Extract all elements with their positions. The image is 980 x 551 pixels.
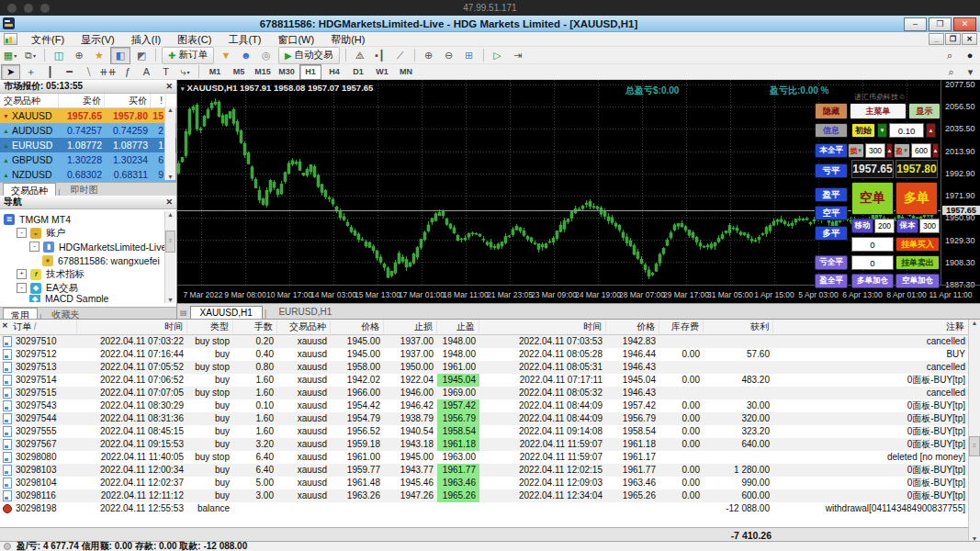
market-watch-close-icon[interactable]: ✕ [165, 82, 173, 91]
navigator-item-1[interactable]: -◒账户 [0, 226, 176, 240]
timeframe-m15[interactable]: M15 [252, 64, 274, 80]
auto-trading-button[interactable]: ▶自动交易 [278, 47, 340, 64]
close-all-losing-button[interactable]: 亏全平 [815, 255, 848, 270]
shapes-icon[interactable]: ⤷▾ [176, 65, 194, 79]
panel-initial-button[interactable]: 初始 [851, 123, 875, 138]
buy-button[interactable]: 多单 [896, 182, 938, 215]
close-all-profit-button[interactable]: 盈全平 [815, 274, 848, 288]
terminal-col-1[interactable]: 时间 [77, 320, 187, 333]
search-small-icon[interactable]: ⌕ [942, 65, 960, 79]
add-long-button[interactable]: 多单加仓 [851, 274, 894, 288]
crosshair-icon[interactable]: ＋ [22, 65, 39, 79]
chart-area[interactable]: 2077.502056.502035.502013.901992.901971.… [177, 80, 980, 303]
pending-sell-button[interactable]: 挂单卖出 [896, 255, 940, 270]
terminal-col-11[interactable]: 获利 [704, 320, 773, 333]
panel-main-menu-button[interactable]: 主菜单 [850, 103, 907, 119]
table-row[interactable]: 302975152022.04.11 07:07:05buy stop1.60x… [0, 387, 980, 399]
menu-item-6[interactable]: 帮助(H) [322, 32, 373, 47]
terminal-col-12[interactable]: 注释 [773, 320, 969, 333]
close-losing-button[interactable]: 亏平 [815, 163, 848, 178]
table-row[interactable]: 302981042022.04.11 12:02:37buy5.00xauusd… [0, 477, 980, 489]
close-short-button[interactable]: 空平 [815, 206, 848, 220]
timeframe-w1[interactable]: W1 [371, 64, 393, 80]
terminal-col-7[interactable]: 止盈 [437, 320, 479, 333]
market-watch-row-eurusd[interactable]: ▲EURUSD1.087721.087731 [0, 138, 176, 152]
trendline-icon[interactable]: ⧹ [80, 65, 97, 79]
child-close-button[interactable]: ✕ [962, 33, 977, 45]
terminal-scrollbar-thumb[interactable]: ≡ [969, 436, 980, 456]
chart-tab-0[interactable]: XAUUSD,H1 [190, 306, 263, 319]
terminal-col-9[interactable]: 价格 [606, 320, 659, 333]
text-label-icon[interactable]: T [157, 65, 175, 79]
search-icon[interactable]: ⌕ [941, 48, 959, 63]
panel-hide-button[interactable]: 隐藏 [815, 103, 848, 119]
menu-item-4[interactable]: 工具(T) [220, 32, 269, 47]
notification-icon[interactable]: ● [961, 48, 979, 63]
chart-tab-list-icon[interactable]: ▤ [180, 309, 187, 317]
auto-scroll-icon[interactable]: ▷ [489, 48, 507, 63]
terminal-col-3[interactable]: 手数 [233, 320, 277, 333]
timeframe-h4[interactable]: H4 [323, 64, 345, 80]
terminal-col-8[interactable]: 时间 [479, 320, 606, 333]
table-row[interactable]: 302975102022.04.11 07:03:22buy stop0.20x… [0, 335, 980, 348]
market-watch-col-0[interactable]: 交易品种 [0, 94, 59, 107]
menu-item-1[interactable]: 显示(V) [73, 32, 123, 47]
sell-button[interactable]: 空单 [851, 182, 894, 215]
lot-decrease-icon[interactable]: ▼ [877, 123, 887, 138]
market-watch-col-1[interactable]: 卖价 [59, 94, 105, 107]
sl-points-button[interactable]: 损▼ [848, 143, 864, 158]
timeframe-h1[interactable]: H1 [299, 64, 321, 80]
navigator-item-0[interactable]: ≣TMGM MT4 [0, 212, 176, 226]
terminal-scrollbar[interactable]: ▲≡▼ [968, 320, 980, 542]
timeframe-m5[interactable]: M5 [228, 64, 250, 80]
channel-icon[interactable]: ⧺⧺ [99, 65, 117, 79]
table-row[interactable]: 302981032022.04.11 12:00:34buy6.40xauusd… [0, 464, 980, 477]
market-watch-col-2[interactable]: 买价 [105, 94, 151, 107]
zoom-in-icon[interactable]: ⊕ [420, 48, 438, 63]
new-order-button[interactable]: ✚新订单 [162, 47, 214, 64]
sl-points-field[interactable]: 300 [865, 143, 885, 158]
candlestick-chart-icon[interactable]: ▪┃ [371, 48, 389, 63]
lot-increase-icon[interactable]: ▲ [926, 123, 936, 138]
child-minimize-button[interactable]: _ [929, 33, 944, 45]
navigator-scrollbar-thumb[interactable]: ≡ [165, 231, 175, 253]
indicator-list-icon[interactable]: ▼ [217, 48, 235, 63]
add-short-button[interactable]: 空单加仓 [896, 274, 940, 288]
terminal-close-icon[interactable]: ✕ [2, 321, 8, 330]
toolbar-overflow-icon[interactable]: ▾ [962, 65, 979, 79]
table-row[interactable]: 302975142022.04.11 07:06:52buy1.60xauusd… [0, 374, 980, 387]
chart-shift-icon[interactable]: ⇥ [509, 48, 527, 63]
collapse-icon[interactable]: - [29, 242, 39, 252]
pending-sell-price-field[interactable]: 0 [851, 255, 894, 270]
terminal-col-6[interactable]: 止损 [384, 320, 437, 333]
market-watch-toggle-icon[interactable]: ◧ [110, 47, 130, 64]
timeframe-d1[interactable]: D1 [347, 64, 369, 80]
bar-chart-icon[interactable]: ⧌ [351, 48, 369, 63]
expand-icon[interactable]: + [17, 269, 27, 279]
tp-increase-icon[interactable]: ▲ [932, 143, 939, 158]
timeframe-m1[interactable]: M1 [204, 64, 226, 80]
chart-menu-icon[interactable]: ▾ [181, 85, 185, 92]
terminal-col-5[interactable]: 价格 [331, 320, 384, 333]
table-row[interactable]: 302975132022.04.11 07:05:52buy stop0.80x… [0, 361, 980, 374]
zoom-out-icon[interactable]: ⊖ [440, 48, 458, 63]
close-long-button[interactable]: 多平 [815, 226, 848, 241]
timeframe-mn[interactable]: MN [395, 64, 417, 80]
collapse-icon[interactable]: - [17, 283, 27, 293]
pending-buy-button[interactable]: 挂单买入 [896, 237, 940, 252]
close-profit-button[interactable]: 盈平 [815, 187, 848, 202]
menu-item-2[interactable]: 插入(I) [123, 32, 169, 47]
breakeven-button[interactable]: 保本 [896, 219, 918, 233]
table-row[interactable]: 302981982022.04.11 12:55:53balance-12 08… [0, 502, 980, 515]
table-row[interactable]: 302975552022.04.11 08:45:15buy1.60xauusd… [0, 425, 980, 438]
market-watch-col-3[interactable]: ! [151, 94, 166, 107]
close-button[interactable]: ✕ [953, 17, 976, 31]
menu-item-5[interactable]: 窗口(W) [269, 32, 322, 47]
alerts-icon[interactable]: ◎ [257, 48, 276, 63]
community-icon[interactable]: ☻ [237, 48, 255, 63]
navigator-item-5[interactable]: -◆EA交易 [0, 281, 176, 295]
minimize-button[interactable]: – [904, 17, 927, 31]
trailing-stop-field[interactable]: 200 [874, 219, 895, 233]
tp-points-field[interactable]: 600 [911, 143, 931, 158]
restore-button[interactable]: ❐ [929, 17, 952, 31]
